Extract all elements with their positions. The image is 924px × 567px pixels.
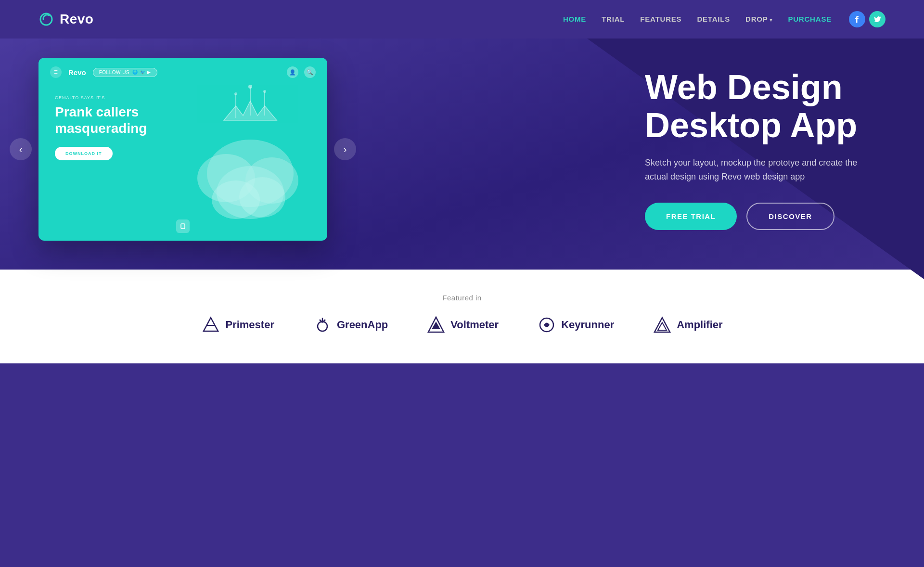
voltmeter-icon xyxy=(426,315,446,335)
svg-point-18 xyxy=(318,322,327,331)
app-search-icon[interactable]: 🔍 xyxy=(304,66,316,78)
hero-title-line1: Web Design xyxy=(645,68,843,106)
amplifier-icon xyxy=(653,315,672,335)
app-follow-label: FOLLOW US xyxy=(99,70,129,75)
app-headline-line2: masquerading xyxy=(55,121,147,136)
logo[interactable]: Revo xyxy=(38,11,93,28)
facebook-button[interactable] xyxy=(849,11,865,27)
keyrunner-name: Keyrunner xyxy=(561,319,614,331)
amplifier-name: Amplifier xyxy=(677,319,722,331)
hero-description: Sketch your layout, mockup the prototye … xyxy=(645,156,866,184)
social-icons xyxy=(849,11,886,27)
discover-button[interactable]: DISCOVER xyxy=(746,203,834,230)
primester-icon xyxy=(201,315,220,335)
twitter-icon xyxy=(874,16,881,22)
facebook-icon xyxy=(854,16,860,23)
app-card-inner: ☰ Revo FOLLOW US 🌐 🐦 ▶ xyxy=(38,58,327,241)
nav-link-features[interactable]: FEATURES xyxy=(640,15,681,23)
app-menu-icon: ☰ xyxy=(50,66,62,78)
app-topbar: ☰ Revo FOLLOW US 🌐 🐦 ▶ xyxy=(50,66,316,78)
logo-icon xyxy=(38,11,56,28)
app-headline-line1: Prank callers xyxy=(55,104,139,119)
featured-label: Featured in xyxy=(38,294,886,302)
svg-point-13 xyxy=(239,177,285,218)
hero-section: ‹ ☰ Revo FOLLOW US 🌐 🐦 xyxy=(0,39,924,270)
svg-point-5 xyxy=(234,92,237,95)
greenapp-icon xyxy=(313,315,332,335)
nav-right: HOME TRIAL FEATURES DETAILS DROP▾ PURCHA… xyxy=(563,11,886,27)
voltmeter-name: Voltmeter xyxy=(450,319,499,331)
logo-voltmeter: Voltmeter xyxy=(426,315,499,335)
app-topbar-left: ☰ Revo FOLLOW US 🌐 🐦 ▶ xyxy=(50,66,157,78)
app-user-icon[interactable]: 👤 xyxy=(287,66,298,78)
logo-greenapp: GreenApp xyxy=(313,315,388,335)
slider-next-button[interactable]: › xyxy=(334,138,356,160)
hero-right: Web Design Desktop App Sketch your layou… xyxy=(597,68,886,231)
nav-item-drop[interactable]: DROP▾ xyxy=(745,15,772,24)
keyrunner-icon xyxy=(537,315,556,335)
nav-link-drop[interactable]: DROP▾ xyxy=(745,15,772,23)
primester-name: Primester xyxy=(225,319,274,331)
nav-item-features[interactable]: FEATURES xyxy=(640,15,681,24)
hero-title: Web Design Desktop App xyxy=(645,68,886,144)
nav-item-purchase[interactable]: PURCHASE xyxy=(788,15,832,24)
slider-prev-button[interactable]: ‹ xyxy=(10,138,32,160)
app-download-button[interactable]: DOWNLOAD IT xyxy=(55,147,113,160)
app-screenshot-card: ☰ Revo FOLLOW US 🌐 🐦 ▶ xyxy=(38,58,327,241)
nav-link-home[interactable]: HOME xyxy=(563,15,586,23)
hero-title-line2: Desktop App xyxy=(645,106,857,144)
greenapp-name: GreenApp xyxy=(337,319,388,331)
featured-section: Featured in Primester GreenA xyxy=(0,270,924,363)
featured-logos: Primester GreenApp Voltmet xyxy=(38,315,886,335)
app-bottom-icon xyxy=(176,219,190,233)
app-topbar-right: 👤 🔍 xyxy=(287,66,316,78)
hero-left: ‹ ☰ Revo FOLLOW US 🌐 🐦 xyxy=(38,58,327,241)
logo-primester: Primester xyxy=(201,315,274,335)
dropdown-arrow-icon: ▾ xyxy=(770,17,773,23)
twitter-button[interactable] xyxy=(869,11,886,27)
navbar: Revo HOME TRIAL FEATURES DETAILS DROP▾ P… xyxy=(0,0,924,39)
app-3d-illustration xyxy=(188,77,313,221)
app-follow-button[interactable]: FOLLOW US 🌐 🐦 ▶ xyxy=(93,68,157,77)
svg-marker-16 xyxy=(204,318,218,331)
app-card-headline: Prank callers masquerading xyxy=(55,104,190,136)
slider-container: ‹ ☰ Revo FOLLOW US 🌐 🐦 xyxy=(38,58,327,241)
nav-links: HOME TRIAL FEATURES DETAILS DROP▾ PURCHA… xyxy=(563,15,832,24)
brand-name: Revo xyxy=(60,12,93,27)
svg-point-6 xyxy=(263,90,266,93)
hero-buttons: FREE TRIAL DISCOVER xyxy=(645,203,886,230)
nav-item-details[interactable]: DETAILS xyxy=(697,15,730,24)
nav-link-details[interactable]: DETAILS xyxy=(697,15,730,23)
svg-point-4 xyxy=(248,85,252,89)
nav-link-trial[interactable]: TRIAL xyxy=(602,15,625,23)
app-follow-icons: 🌐 🐦 ▶ xyxy=(132,70,151,75)
free-trial-button[interactable]: FREE TRIAL xyxy=(645,203,737,230)
app-card-brand: Revo xyxy=(68,68,86,77)
nav-item-home[interactable]: HOME xyxy=(563,15,586,24)
svg-marker-7 xyxy=(224,101,277,120)
logo-amplifier: Amplifier xyxy=(653,315,722,335)
logo-keyrunner: Keyrunner xyxy=(537,315,614,335)
nav-item-trial[interactable]: TRIAL xyxy=(602,15,625,24)
nav-link-purchase[interactable]: PURCHASE xyxy=(788,15,832,23)
